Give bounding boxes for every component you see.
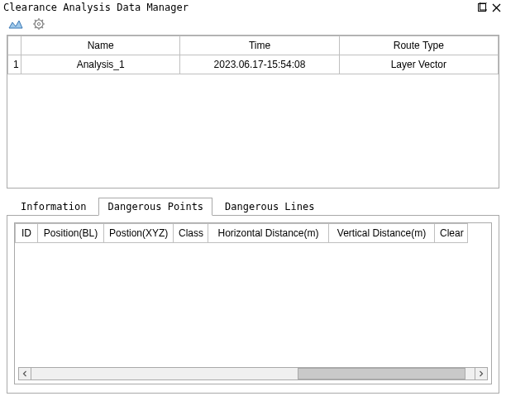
window-title: Clearance Analysis Data Manager <box>3 2 189 13</box>
header-routetype[interactable]: Route Type <box>339 36 498 55</box>
table-row[interactable]: 1 Analysis_1 2023.06.17-15:54:08 Layer V… <box>8 55 499 74</box>
toolbar <box>0 15 506 35</box>
table-header-row: ID Position(BL) Postion(XYZ) Class Horiz… <box>15 223 491 243</box>
scroll-left-icon[interactable] <box>18 367 31 380</box>
header-posxyz[interactable]: Postion(XYZ) <box>104 223 174 243</box>
analysis-table: Name Time Route Type 1 Analysis_1 2023.0… <box>7 35 499 189</box>
svg-line-8 <box>35 20 36 21</box>
svg-line-9 <box>42 27 43 28</box>
cell-rownum: 1 <box>8 55 21 74</box>
tab-dangerous-lines[interactable]: Dangerous Lines <box>216 198 323 216</box>
tab-panel: ID Position(BL) Postion(XYZ) Class Horiz… <box>7 215 499 394</box>
analysis-icon[interactable] <box>8 17 23 31</box>
svg-point-2 <box>35 20 43 28</box>
gear-icon[interactable] <box>31 17 46 31</box>
svg-point-3 <box>37 22 40 25</box>
horizontal-scrollbar[interactable] <box>18 367 488 380</box>
header-vdist[interactable]: Vertical Distance(m) <box>329 223 435 243</box>
header-id[interactable]: ID <box>15 223 38 243</box>
cell-routetype: Layer Vector <box>339 55 498 74</box>
header-class[interactable]: Class <box>174 223 208 243</box>
scroll-track[interactable] <box>31 367 475 380</box>
title-bar: Clearance Analysis Data Manager <box>0 0 506 15</box>
tab-information[interactable]: Information <box>12 198 95 216</box>
window-controls <box>477 2 501 12</box>
tab-dangerous-points[interactable]: Dangerous Points <box>98 198 212 216</box>
header-time[interactable]: Time <box>180 36 339 55</box>
dangerous-points-table: ID Position(BL) Postion(XYZ) Class Horiz… <box>14 222 492 384</box>
header-rownum[interactable] <box>8 36 21 55</box>
header-posbl[interactable]: Position(BL) <box>38 223 104 243</box>
svg-line-11 <box>35 27 36 28</box>
table-header-row: Name Time Route Type <box>8 36 499 55</box>
cell-name: Analysis_1 <box>21 55 180 74</box>
cell-time: 2023.06.17-15:54:08 <box>180 55 339 74</box>
header-clear[interactable]: Clear <box>435 223 468 243</box>
scroll-thumb[interactable] <box>298 368 466 379</box>
svg-line-10 <box>42 20 43 21</box>
tab-strip: Information Dangerous Points Dangerous L… <box>7 197 499 215</box>
detach-icon[interactable] <box>477 2 487 12</box>
header-hdist[interactable]: Horizontal Distance(m) <box>208 223 329 243</box>
header-name[interactable]: Name <box>21 36 180 55</box>
scroll-right-icon[interactable] <box>475 367 488 380</box>
close-icon[interactable] <box>492 3 501 12</box>
